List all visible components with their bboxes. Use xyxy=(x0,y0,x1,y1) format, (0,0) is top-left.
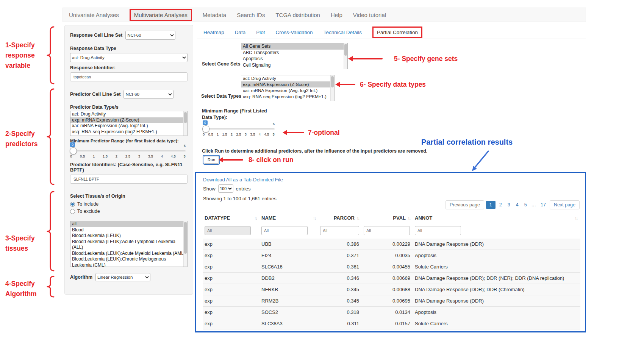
page-length-select[interactable]: 100 xyxy=(218,184,233,193)
cell-pval: 0.00229 xyxy=(362,239,413,250)
cell-parcor: 0.318 xyxy=(319,307,362,318)
page-button-2[interactable]: 2 xyxy=(497,201,504,209)
slider-max-label: 5 xyxy=(184,144,186,148)
download-link[interactable]: Download All as a Tab-Delimited File xyxy=(203,177,283,183)
list-option[interactable]: xai: mRNA Expression (Avg. log2 Int.) xyxy=(241,87,334,94)
scrollbar[interactable] xyxy=(183,111,187,136)
col-header-datatype[interactable]: DATATYPE↑↓ xyxy=(203,212,260,224)
table-row: exp SLC6A16 0.361 0.00455 Solute Carrier… xyxy=(203,261,580,273)
list-option[interactable]: ABC Transporters xyxy=(241,50,347,56)
slider-tick: 2.5 xyxy=(125,154,130,158)
cell-datatype: exp xyxy=(203,284,260,295)
page-button-1[interactable]: 1 xyxy=(486,201,496,209)
tab-data[interactable]: Data xyxy=(235,30,246,35)
list-option[interactable]: xsq: RNA-seq Expression (log2 FPKM+1.) xyxy=(241,94,334,100)
list-option[interactable]: Blood:Leukemia (LEUK) xyxy=(70,233,187,239)
page-button-3[interactable]: 3 xyxy=(506,201,512,209)
filter-annot-input[interactable] xyxy=(415,226,461,235)
filter-parcor-input[interactable] xyxy=(320,226,359,235)
table-header-row: DATATYPE↑↓ NAME↑↓ PARCOR↑↓ PVAL↑↓ ANNOT↑… xyxy=(203,212,580,224)
scrollbar[interactable] xyxy=(183,221,187,267)
list-option-selected[interactable]: All Gene Sets xyxy=(241,43,347,50)
nav-item-univariate-analyses[interactable]: Univariate Analyses xyxy=(69,12,119,18)
list-option[interactable]: act: Drug Activity xyxy=(70,111,187,117)
nav-item-metadata[interactable]: Metadata xyxy=(203,12,227,18)
list-option-selected[interactable]: exp: mRNA Expression (Z-Score) xyxy=(70,117,187,123)
page-button-5[interactable]: 5 xyxy=(522,201,529,209)
slider-track[interactable] xyxy=(203,128,275,130)
slider-tick: 1.5 xyxy=(222,132,227,136)
slider-tick: 2 xyxy=(116,154,117,158)
scrollbar[interactable] xyxy=(344,43,347,69)
list-option[interactable]: Blood:Leukemia (LEUK):Acute Myeloid Leuk… xyxy=(70,251,187,257)
tab-heatmap[interactable]: Heatmap xyxy=(203,30,224,35)
pagination-ellipsis: … xyxy=(531,201,537,209)
list-option[interactable]: Cell Signaling xyxy=(241,62,347,69)
list-option[interactable]: xsq: RNA-seq Expression (log2 FPKM+1.) xyxy=(70,129,187,135)
cell-annot: Apoptosis xyxy=(413,250,580,261)
cell-name: EI24 xyxy=(260,250,319,261)
run-button[interactable]: Run xyxy=(204,156,219,164)
pagination: Previous page 1 2 3 4 5 … 17 Next page xyxy=(445,200,580,209)
nav-item-multivariate-analyses[interactable]: Multivariate Analyses xyxy=(130,9,192,21)
list-option-selected[interactable]: all xyxy=(70,221,187,227)
scrollbar-thumb[interactable] xyxy=(184,112,187,123)
previous-page-button[interactable]: Previous page xyxy=(445,200,484,209)
slider-tick: 4.5 xyxy=(264,132,269,136)
entries-label: entries xyxy=(236,186,251,192)
analysis-tabs: Heatmap Data Plot Cross-Validation Techn… xyxy=(203,27,422,38)
list-option[interactable]: Blood:Leukemia (LEUK):Chronic Myelogenou… xyxy=(70,256,187,267)
tissue-exclude-radio[interactable]: To exclude xyxy=(70,209,188,214)
slider-tick: 2.5 xyxy=(236,132,241,136)
col-header-pval[interactable]: PVAL↑↓ xyxy=(362,212,413,224)
col-header-parcor[interactable]: PARCOR↑↓ xyxy=(319,212,362,224)
list-option[interactable]: Blood xyxy=(70,227,187,233)
cell-parcor: 0.345 xyxy=(319,284,362,295)
col-header-annot[interactable]: ANNOT↑↓ xyxy=(413,212,580,224)
slider-handle[interactable] xyxy=(70,147,77,154)
slider-track[interactable] xyxy=(70,150,186,151)
filter-pval-input[interactable] xyxy=(364,226,410,235)
tab-plot[interactable]: Plot xyxy=(256,30,265,35)
annotation-step8: 8- click on run xyxy=(249,155,294,165)
show-entries-control: Show 100 entries xyxy=(203,184,251,193)
filter-name-input[interactable] xyxy=(261,226,308,235)
scrollbar-thumb[interactable] xyxy=(344,44,347,56)
col-header-name[interactable]: NAME↑↓ xyxy=(260,212,319,224)
list-option[interactable]: act: Drug Activity xyxy=(241,75,334,81)
response-cell-line-set-select[interactable]: NCI-60 xyxy=(125,31,175,40)
response-data-type-select[interactable]: act: Drug Activity xyxy=(70,53,188,62)
list-option[interactable]: xai: mRNA Expression (Avg. log2 Int.) xyxy=(70,123,187,129)
cell-pval: 0.00669 xyxy=(362,273,413,284)
cell-pval: 0.00455 xyxy=(362,261,413,273)
page-button-4[interactable]: 4 xyxy=(514,201,521,209)
tab-cross-validation[interactable]: Cross-Validation xyxy=(276,30,313,35)
annotation-step4: 4-Specify Algorithm xyxy=(5,279,37,299)
list-option-selected[interactable]: exp: mRNA Expression (Z-Score) xyxy=(241,81,334,87)
response-identifier-input[interactable] xyxy=(70,72,188,81)
annotation-step1: 1-Specify response variable xyxy=(5,40,35,71)
filter-datatype-input[interactable] xyxy=(205,226,251,235)
list-option[interactable]: Blood:Leukemia (LEUK):Acute Lymphoid Leu… xyxy=(70,239,187,251)
next-page-button[interactable]: Next page xyxy=(550,200,580,209)
tab-technical-details[interactable]: Technical Details xyxy=(324,30,362,35)
nav-item-help[interactable]: Help xyxy=(331,12,342,18)
col-header-label: PARCOR xyxy=(334,215,355,221)
radio-selected-icon xyxy=(70,202,75,207)
nav-item-video-tutorial[interactable]: Video tutorial xyxy=(353,12,386,18)
page-button-17[interactable]: 17 xyxy=(539,201,548,209)
tabs-divider xyxy=(197,39,586,39)
nav-item-tcga-distribution[interactable]: TCGA distribution xyxy=(275,12,320,18)
scrollbar[interactable] xyxy=(330,75,334,101)
show-label: Show xyxy=(203,186,216,192)
scrollbar-thumb[interactable] xyxy=(184,222,187,254)
scrollbar-thumb[interactable] xyxy=(331,76,334,87)
list-option[interactable]: Apoptosis xyxy=(241,56,347,62)
nav-item-search-ids[interactable]: Search IDs xyxy=(237,12,265,18)
tissue-include-radio[interactable]: To include xyxy=(70,201,188,207)
predictor-cell-line-set-select[interactable]: NCI-60 xyxy=(123,90,174,99)
algorithm-select[interactable]: Linear Regression xyxy=(95,273,150,281)
tab-partial-correlation[interactable]: Partial Correlation xyxy=(372,27,422,38)
predictor-identifiers-input[interactable] xyxy=(70,175,188,184)
slider-handle[interactable] xyxy=(202,125,209,133)
